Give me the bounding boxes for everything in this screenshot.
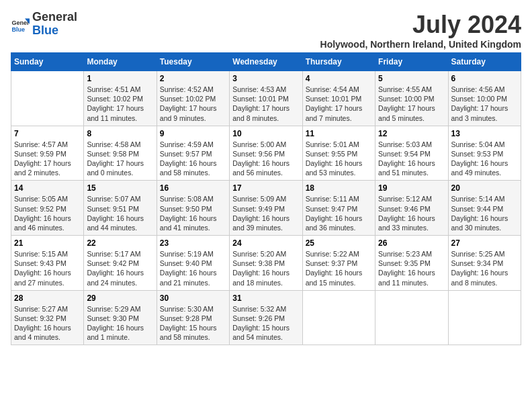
day-number: 2: [160, 74, 226, 83]
calendar-cell: 4Sunrise: 4:54 AMSunset: 10:01 PMDayligh…: [302, 71, 375, 126]
day-number: 31: [232, 293, 299, 303]
cell-text: Sunset: 10:02 PM: [160, 94, 226, 103]
cell-text: Daylight: 16 hours: [87, 268, 153, 277]
cell-text: Daylight: 16 hours: [14, 214, 81, 223]
calendar-cell: 6Sunrise: 4:56 AMSunset: 10:00 PMDayligh…: [448, 71, 521, 126]
cell-text: Daylight: 16 hours: [378, 268, 445, 277]
cell-text: Sunset: 9:30 PM: [87, 314, 153, 323]
logo-general-text: General: [32, 10, 77, 24]
header-monday: Monday: [84, 53, 157, 71]
cell-text: Sunrise: 5:12 AM: [378, 194, 445, 203]
calendar-cell: 26Sunrise: 5:23 AMSunset: 9:35 PMDayligh…: [375, 236, 448, 291]
cell-text: and 11 minutes.: [378, 278, 445, 287]
calendar-header-row: SundayMondayTuesdayWednesdayThursdayFrid…: [11, 53, 521, 71]
cell-text: Daylight: 16 hours: [14, 323, 81, 332]
cell-text: and 1 minute.: [87, 332, 153, 342]
calendar-cell: 15Sunrise: 5:07 AMSunset: 9:51 PMDayligh…: [84, 181, 157, 236]
day-number: 30: [160, 293, 226, 303]
calendar-cell: 16Sunrise: 5:08 AMSunset: 9:50 PMDayligh…: [157, 181, 229, 236]
cell-text: Daylight: 16 hours: [378, 158, 445, 168]
cell-text: Sunset: 9:52 PM: [14, 204, 81, 214]
calendar-cell: 12Sunrise: 5:03 AMSunset: 9:54 PMDayligh…: [375, 126, 448, 181]
calendar-week-1: 1Sunrise: 4:51 AMSunset: 10:02 PMDayligh…: [11, 71, 521, 126]
cell-text: Daylight: 17 hours: [87, 158, 153, 168]
cell-text: Daylight: 17 hours: [160, 103, 226, 113]
cell-text: Sunset: 9:40 PM: [160, 259, 226, 268]
cell-text: Sunset: 9:57 PM: [160, 149, 226, 158]
cell-text: Sunrise: 5:17 AM: [87, 249, 153, 259]
calendar-cell: 30Sunrise: 5:30 AMSunset: 9:28 PMDayligh…: [157, 290, 229, 345]
calendar-week-4: 21Sunrise: 5:15 AMSunset: 9:43 PMDayligh…: [11, 236, 521, 291]
cell-text: Sunrise: 4:59 AM: [160, 140, 226, 149]
cell-text: and 15 minutes.: [306, 278, 372, 287]
calendar-cell: 8Sunrise: 4:58 AMSunset: 9:58 PMDaylight…: [84, 126, 157, 181]
cell-text: Sunrise: 5:32 AM: [232, 304, 299, 314]
cell-text: Daylight: 16 hours: [160, 158, 226, 168]
cell-text: Sunrise: 5:19 AM: [160, 249, 226, 259]
calendar-week-5: 28Sunrise: 5:27 AMSunset: 9:32 PMDayligh…: [11, 290, 521, 345]
header-friday: Friday: [375, 53, 448, 71]
day-number: 26: [378, 238, 445, 248]
cell-text: Sunrise: 5:15 AM: [14, 249, 81, 259]
cell-text: Sunrise: 5:27 AM: [14, 304, 81, 314]
day-number: 6: [451, 74, 518, 83]
calendar-cell: [11, 71, 84, 126]
cell-text: Sunset: 9:50 PM: [160, 204, 226, 214]
calendar-cell: 18Sunrise: 5:11 AMSunset: 9:47 PMDayligh…: [302, 181, 375, 236]
cell-text: Daylight: 16 hours: [87, 323, 153, 332]
cell-text: and 30 minutes.: [451, 223, 518, 232]
cell-text: Sunrise: 5:11 AM: [306, 194, 372, 203]
cell-text: and 18 minutes.: [232, 278, 299, 287]
cell-text: Daylight: 17 hours: [87, 103, 153, 113]
cell-text: and 53 minutes.: [306, 168, 372, 177]
cell-text: and 33 minutes.: [378, 223, 445, 232]
cell-text: Daylight: 16 hours: [232, 214, 299, 223]
cell-text: Sunrise: 4:57 AM: [14, 140, 81, 149]
cell-text: Sunset: 9:46 PM: [378, 204, 445, 214]
cell-text: and 0 minutes.: [87, 168, 153, 177]
day-number: 13: [451, 129, 518, 138]
cell-text: and 21 minutes.: [160, 278, 226, 287]
cell-text: Sunrise: 5:14 AM: [451, 194, 518, 203]
cell-text: Daylight: 16 hours: [306, 158, 372, 168]
cell-text: and 5 minutes.: [378, 113, 445, 123]
cell-text: Sunrise: 5:09 AM: [232, 194, 299, 203]
header-sunday: Sunday: [11, 53, 84, 71]
title-block: July 2024 Holywood, Northern Ireland, Un…: [320, 11, 521, 50]
day-number: 3: [232, 74, 299, 83]
calendar-cell: 3Sunrise: 4:53 AMSunset: 10:01 PMDayligh…: [230, 71, 302, 126]
cell-text: Daylight: 16 hours: [306, 268, 372, 277]
cell-text: and 44 minutes.: [87, 223, 153, 232]
cell-text: Sunset: 9:49 PM: [232, 204, 299, 214]
cell-text: Sunset: 10:01 PM: [306, 94, 372, 103]
cell-text: Daylight: 17 hours: [306, 103, 372, 113]
cell-text: Sunrise: 4:52 AM: [160, 85, 226, 94]
cell-text: and 58 minutes.: [160, 332, 226, 342]
calendar-cell: 31Sunrise: 5:32 AMSunset: 9:26 PMDayligh…: [230, 290, 302, 345]
cell-text: Daylight: 16 hours: [378, 214, 445, 223]
cell-text: Sunset: 9:51 PM: [87, 204, 153, 214]
calendar-cell: 21Sunrise: 5:15 AMSunset: 9:43 PMDayligh…: [11, 236, 84, 291]
calendar-cell: 11Sunrise: 5:01 AMSunset: 9:55 PMDayligh…: [302, 126, 375, 181]
cell-text: and 24 minutes.: [87, 278, 153, 287]
cell-text: Sunset: 9:47 PM: [306, 204, 372, 214]
cell-text: Sunrise: 5:30 AM: [160, 304, 226, 314]
day-number: 20: [451, 183, 518, 193]
cell-text: Daylight: 16 hours: [232, 268, 299, 277]
calendar-cell: [375, 290, 448, 345]
cell-text: and 11 minutes.: [87, 113, 153, 123]
cell-text: Sunset: 9:26 PM: [232, 314, 299, 323]
cell-text: Daylight: 16 hours: [87, 214, 153, 223]
calendar-cell: 29Sunrise: 5:29 AMSunset: 9:30 PMDayligh…: [84, 290, 157, 345]
cell-text: Daylight: 17 hours: [451, 103, 518, 113]
calendar-cell: 28Sunrise: 5:27 AMSunset: 9:32 PMDayligh…: [11, 290, 84, 345]
cell-text: and 58 minutes.: [160, 168, 226, 177]
day-number: 7: [14, 129, 81, 138]
cell-text: Sunrise: 4:58 AM: [87, 140, 153, 149]
svg-text:Blue: Blue: [11, 26, 25, 32]
header-saturday: Saturday: [448, 53, 521, 71]
cell-text: Sunrise: 5:22 AM: [306, 249, 372, 259]
cell-text: Daylight: 16 hours: [232, 158, 299, 168]
cell-text: Sunrise: 5:03 AM: [378, 140, 445, 149]
cell-text: Sunset: 10:00 PM: [378, 94, 445, 103]
